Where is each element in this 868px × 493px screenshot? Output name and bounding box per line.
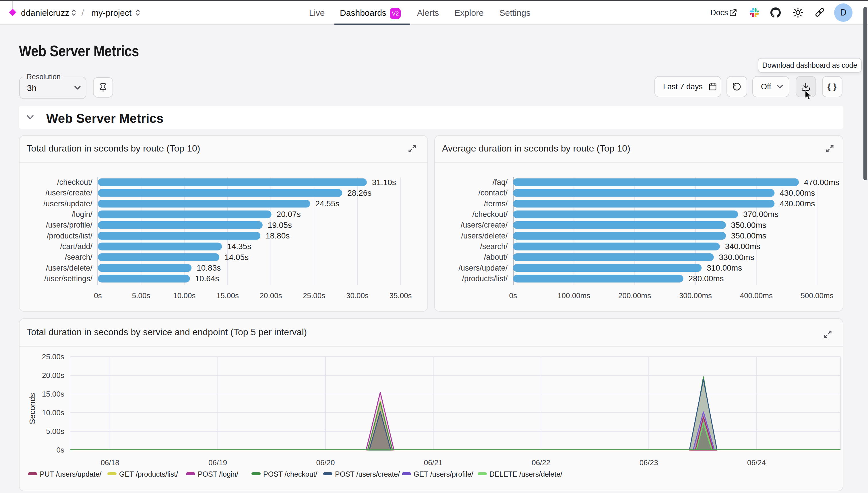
svg-text:10.83s: 10.83s: [197, 263, 221, 272]
svg-text:370.00ms: 370.00ms: [743, 210, 779, 219]
svg-text:/users/delete/: /users/delete/: [461, 232, 508, 240]
svg-text:GET /users/profile/: GET /users/profile/: [414, 470, 473, 478]
svg-text:/users/update/: /users/update/: [459, 264, 508, 272]
svg-text:35.00s: 35.00s: [389, 291, 412, 300]
svg-text:310.00ms: 310.00ms: [707, 263, 742, 272]
svg-text:/checkout/: /checkout/: [57, 178, 93, 187]
svg-text:/users/update/: /users/update/: [43, 199, 93, 208]
svg-text:350.00ms: 350.00ms: [731, 221, 766, 230]
svg-text:25.00s: 25.00s: [42, 352, 64, 361]
svg-text:PUT /users/update/: PUT /users/update/: [40, 470, 102, 478]
svg-text:430.00ms: 430.00ms: [780, 199, 815, 208]
svg-text:430.00ms: 430.00ms: [780, 189, 815, 197]
svg-text:10.00s: 10.00s: [42, 408, 64, 417]
svg-text:DELETE /users/delete/: DELETE /users/delete/: [489, 470, 562, 478]
svg-text:06/21: 06/21: [424, 458, 443, 467]
svg-text:30.00s: 30.00s: [346, 291, 368, 300]
svg-text:500.00ms: 500.00ms: [801, 291, 833, 300]
svg-text:15.00s: 15.00s: [42, 390, 64, 398]
svg-text:330.00ms: 330.00ms: [719, 253, 754, 262]
svg-text:350.00ms: 350.00ms: [731, 231, 766, 240]
svg-text:06/19: 06/19: [208, 458, 227, 467]
svg-text:19.05s: 19.05s: [268, 221, 292, 230]
svg-text:/about/: /about/: [484, 253, 508, 261]
svg-text:14.05s: 14.05s: [225, 253, 249, 262]
svg-text:20.00s: 20.00s: [42, 371, 64, 380]
svg-text:06/22: 06/22: [532, 458, 550, 467]
svg-text:200.00ms: 200.00ms: [618, 291, 651, 300]
svg-text:/faq/: /faq/: [492, 178, 508, 187]
svg-text:31.10s: 31.10s: [372, 178, 396, 187]
svg-text:24.55s: 24.55s: [315, 199, 339, 208]
svg-text:/cart/add/: /cart/add/: [60, 242, 92, 251]
svg-text:/search/: /search/: [65, 253, 93, 261]
svg-text:340.00ms: 340.00ms: [725, 242, 760, 251]
svg-text:0s: 0s: [509, 291, 517, 300]
svg-text:280.00ms: 280.00ms: [689, 274, 724, 283]
svg-text:5.00s: 5.00s: [46, 427, 64, 436]
svg-text:/terms/: /terms/: [484, 199, 508, 208]
svg-text:470.00ms: 470.00ms: [804, 178, 839, 187]
svg-text:/search/: /search/: [480, 242, 508, 251]
svg-text:/products/list/: /products/list/: [47, 232, 93, 240]
svg-text:25.00s: 25.00s: [303, 291, 325, 300]
svg-text:/users/delete/: /users/delete/: [46, 264, 93, 272]
svg-text:0s: 0s: [94, 291, 102, 300]
svg-text:100.00ms: 100.00ms: [557, 291, 590, 300]
svg-text:/products/list/: /products/list/: [462, 274, 508, 283]
svg-text:/user/settings/: /user/settings/: [44, 274, 93, 283]
svg-text:POST /users/create/: POST /users/create/: [335, 470, 400, 478]
svg-text:20.07s: 20.07s: [277, 210, 301, 219]
svg-text:/contact/: /contact/: [479, 189, 508, 197]
svg-text:GET /products/list/: GET /products/list/: [119, 470, 178, 478]
svg-text:Seconds: Seconds: [28, 393, 37, 424]
svg-text:/login/: /login/: [72, 210, 93, 219]
svg-text:0s: 0s: [57, 446, 64, 454]
svg-text:06/18: 06/18: [101, 458, 120, 467]
svg-text:15.00s: 15.00s: [216, 291, 239, 300]
svg-text:/users/create/: /users/create/: [461, 221, 508, 229]
svg-text:10.00s: 10.00s: [173, 291, 195, 300]
svg-text:06/23: 06/23: [639, 458, 658, 467]
svg-text:5.00s: 5.00s: [132, 291, 150, 300]
svg-text:400.00ms: 400.00ms: [740, 291, 773, 300]
svg-text:20.00s: 20.00s: [260, 291, 282, 300]
svg-text:/users/create/: /users/create/: [45, 189, 92, 197]
svg-text:10.64s: 10.64s: [195, 274, 219, 283]
svg-text:06/24: 06/24: [747, 458, 766, 467]
svg-text:300.00ms: 300.00ms: [679, 291, 712, 300]
svg-text:18.80s: 18.80s: [266, 231, 290, 240]
svg-text:POST /login/: POST /login/: [198, 470, 238, 478]
svg-text:28.26s: 28.26s: [347, 189, 372, 197]
svg-text:POST /checkout/: POST /checkout/: [263, 470, 317, 478]
svg-text:06/20: 06/20: [316, 458, 335, 467]
svg-text:/checkout/: /checkout/: [472, 210, 508, 219]
svg-text:/users/profile/: /users/profile/: [46, 221, 93, 229]
svg-text:14.35s: 14.35s: [227, 242, 251, 251]
